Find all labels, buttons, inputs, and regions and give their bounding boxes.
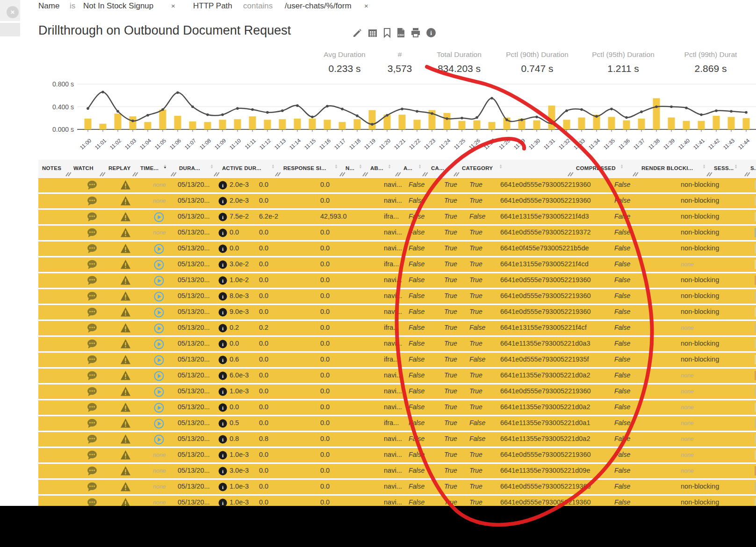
notes-comment-icon[interactable]	[86, 402, 98, 413]
bar-11:06[interactable]	[174, 116, 181, 129]
column-header-sess[interactable]: SESS...	[714, 165, 734, 171]
column-header-ab[interactable]: AB...	[370, 165, 383, 171]
bar-11:35[interactable]	[608, 117, 615, 129]
sort-chevrons-icon[interactable]: ▲▼	[450, 164, 454, 169]
print-icon[interactable]	[410, 27, 421, 38]
sort-chevrons-icon[interactable]: ▲▼	[387, 164, 392, 169]
column-header-compressed[interactable]: COMPRESSED	[576, 165, 616, 171]
watch-warning-icon[interactable]	[120, 339, 131, 349]
replay-play-icon[interactable]	[154, 291, 164, 302]
bar-11:13[interactable]	[279, 119, 286, 129]
notes-comment-icon[interactable]	[86, 275, 98, 286]
duration-info-icon[interactable]: i	[218, 467, 227, 476]
sort-chevrons-icon[interactable]: ▲▼	[734, 164, 738, 169]
table-row-10[interactable]: 05/13/20... i 0.2 0.2 0.0 ifra... False …	[38, 321, 756, 335]
duration-info-icon[interactable]: i	[218, 197, 227, 206]
bar-11:28[interactable]	[504, 118, 511, 129]
table-row-6[interactable]: 05/13/20... i 3.0e-2 0.0 0.0 ifra... Fal…	[38, 257, 756, 272]
bar-11:02[interactable]	[115, 114, 122, 129]
bar-11:27[interactable]	[489, 122, 496, 129]
sort-chevrons-icon[interactable]: ▲▼	[619, 164, 624, 169]
bar-11:44[interactable]	[743, 118, 750, 129]
notes-comment-icon[interactable]	[86, 212, 98, 222]
bar-11:09[interactable]	[219, 120, 226, 129]
table-row-9[interactable]: 05/13/20... i 9.0e-3 0.0 0.0 navi... Fal…	[38, 305, 756, 320]
sort-chevrons-icon[interactable]: ▲▼	[358, 164, 363, 169]
column-resize-grip[interactable]	[101, 172, 106, 176]
notes-comment-icon[interactable]	[86, 307, 98, 318]
replay-play-icon[interactable]	[154, 371, 164, 381]
bar-11:41[interactable]	[698, 121, 705, 129]
bar-11:22[interactable]	[414, 120, 421, 129]
replay-play-icon[interactable]	[154, 276, 164, 286]
bar-11:20[interactable]	[384, 114, 391, 129]
notes-comment-icon[interactable]	[86, 196, 98, 206]
watch-warning-icon[interactable]	[120, 275, 131, 285]
sort-chevrons-icon[interactable]: ▲▼	[163, 164, 167, 169]
bar-11:10[interactable]	[234, 119, 241, 129]
bar-11:30[interactable]	[533, 121, 540, 129]
column-resize-grip[interactable]	[455, 172, 460, 176]
replay-play-icon[interactable]	[154, 260, 164, 270]
duration-info-icon[interactable]: i	[218, 181, 227, 190]
bar-11:29[interactable]	[518, 119, 526, 129]
table-row-18[interactable]: none 05/13/20... i 1.0e-3 0.0 0.0 navi..…	[38, 448, 756, 462]
duration-info-icon[interactable]: i	[218, 244, 227, 253]
table-row-17[interactable]: 05/13/20... i 0.8 0.8 0.0 navi... False …	[38, 432, 756, 447]
notes-comment-icon[interactable]	[86, 418, 98, 429]
notes-comment-icon[interactable]	[86, 450, 98, 461]
bar-11:21[interactable]	[399, 114, 406, 129]
duration-info-icon[interactable]: i	[218, 276, 227, 285]
watch-warning-icon[interactable]	[120, 180, 131, 190]
column-resize-grip[interactable]	[134, 172, 139, 176]
notes-comment-icon[interactable]	[86, 291, 98, 302]
bar-11:43[interactable]	[728, 117, 735, 129]
table-row-1[interactable]: none 05/13/20... i 2.0e-3 0.0 0.0 navi..…	[38, 178, 756, 192]
watch-warning-icon[interactable]	[120, 307, 131, 317]
watch-warning-icon[interactable]	[120, 243, 131, 254]
column-header-n[interactable]: N...	[346, 165, 354, 171]
edit-pencil-icon[interactable]	[352, 27, 363, 38]
bar-11:01[interactable]	[100, 124, 107, 129]
bar-11:26[interactable]	[474, 121, 481, 129]
filter-remove-icon[interactable]: ×	[364, 2, 368, 10]
bar-11:24[interactable]	[444, 113, 451, 129]
table-row-4[interactable]: none 05/13/20... i 0.0 0.0 0.0 navi... F…	[38, 226, 756, 240]
bar-11:00[interactable]	[85, 119, 92, 129]
replay-play-icon[interactable]	[154, 323, 164, 334]
bar-11:37[interactable]	[638, 119, 645, 129]
column-resize-grip[interactable]	[364, 172, 369, 176]
bar-11:04[interactable]	[144, 122, 151, 129]
duration-info-icon[interactable]: i	[218, 483, 227, 491]
column-header-replay[interactable]: REPLAY	[108, 165, 130, 171]
column-header-watch[interactable]: WATCH	[73, 165, 94, 171]
sort-chevrons-icon[interactable]: ▲▼	[418, 164, 422, 169]
table-row-5[interactable]: 05/13/20... i 0.0 0.0 0.0 navi... False …	[38, 242, 756, 256]
notes-comment-icon[interactable]	[86, 434, 98, 445]
table-row-8[interactable]: 05/13/20... i 8.0e-3 0.0 0.0 navi... Fal…	[38, 289, 756, 304]
watch-warning-icon[interactable]	[120, 418, 131, 428]
calendar-icon[interactable]	[367, 27, 378, 38]
notes-comment-icon[interactable]	[86, 339, 98, 349]
bar-11:07[interactable]	[189, 121, 196, 129]
watch-warning-icon[interactable]	[120, 466, 131, 476]
replay-play-icon[interactable]	[154, 403, 164, 413]
column-header-render-blocki[interactable]: RENDER BLOCKI...	[641, 165, 693, 171]
table-row-15[interactable]: 05/13/20... i 0.0 0.0 0.0 navi... False …	[38, 400, 756, 415]
notes-comment-icon[interactable]	[86, 482, 98, 492]
bar-11:12[interactable]	[264, 120, 271, 129]
sort-chevrons-icon[interactable]: ▲▼	[334, 164, 338, 169]
bar-11:36[interactable]	[623, 121, 630, 129]
column-resize-grip[interactable]	[746, 172, 751, 176]
duration-info-icon[interactable]: i	[218, 435, 227, 444]
export-csv-icon[interactable]: CSV	[395, 27, 406, 38]
watch-warning-icon[interactable]	[120, 402, 131, 412]
sort-chevrons-icon[interactable]: ▲▼	[498, 164, 503, 169]
table-row-16[interactable]: 05/13/20... i 0.5 0.0 0.0 ifra... False …	[38, 416, 756, 431]
watch-warning-icon[interactable]	[120, 227, 131, 238]
bar-11:08[interactable]	[204, 122, 211, 129]
bar-11:32[interactable]	[563, 120, 570, 129]
column-resize-grip[interactable]	[341, 172, 346, 176]
column-header-ca[interactable]: CA...	[431, 165, 444, 171]
bar-11:14[interactable]	[294, 119, 301, 129]
